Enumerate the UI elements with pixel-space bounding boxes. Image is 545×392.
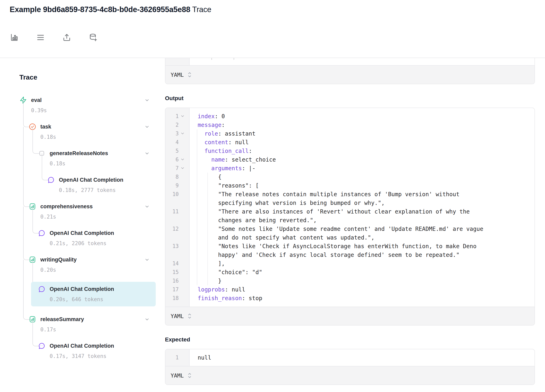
trace-tree: eval0.39stask0.18sgenerateReleaseNotes0.…	[19, 96, 150, 360]
expected-panel: 1null YAML	[165, 349, 535, 385]
trace-sidebar: Trace eval0.39stask0.18sgenerateReleaseN…	[0, 58, 165, 360]
example-id: Example 9bd6a859-8735-4c8b-b0de-3626955a…	[10, 5, 190, 14]
format-select[interactable]: YAML	[165, 366, 534, 385]
tree-row[interactable]: OpenAI Chat Completion0.17s, 3147 tokens	[38, 341, 150, 360]
chevron-down-icon[interactable]	[144, 151, 150, 156]
span-duration: 0.17s	[29, 326, 150, 333]
chat-icon	[38, 342, 46, 350]
page-header: Example 9bd6a859-8735-4c8b-b0de-3626955a…	[0, 0, 545, 14]
chevron-updown-icon	[187, 313, 192, 320]
page-title: Example 9bd6a859-8735-4c8b-b0de-3626955a…	[10, 5, 535, 14]
bar-chart-button[interactable]	[10, 33, 19, 42]
clipped-glyph	[234, 58, 234, 60]
tree-row[interactable]: eval0.39s	[19, 96, 150, 114]
span-label: task	[40, 124, 51, 130]
span-label: generateReleaseNotes	[50, 150, 108, 157]
code-line: 13"Notes like 'Check if AsyncLocalStorag…	[165, 242, 534, 259]
fold-chevron-icon[interactable]	[180, 114, 185, 119]
trace-node: releaseSummary0.17sOpenAI Chat Completio…	[29, 315, 150, 360]
line-gutter: 1	[165, 353, 190, 362]
expected-heading: Expected	[165, 336, 535, 343]
code-line: 4content: null	[165, 138, 534, 147]
tree-row[interactable]: releaseSummary0.17s	[29, 315, 150, 333]
span-label: OpenAI Chat Completion	[50, 343, 114, 349]
chevron-down-icon[interactable]	[144, 317, 150, 322]
span-duration: 0.18s, 2777 tokens	[47, 187, 150, 193]
code-line: 12"Some notes like 'Update some readme c…	[165, 225, 534, 242]
code-line: 1index: 0	[165, 112, 534, 121]
trace-node: OpenAI Chat Completion0.20s, 646 tokens	[38, 282, 150, 306]
line-gutter: 17	[165, 285, 190, 294]
line-gutter: 13	[165, 242, 190, 259]
format-select[interactable]: YAML	[165, 307, 534, 325]
tree-row[interactable]: task0.18s	[29, 122, 150, 140]
chevron-down-icon[interactable]	[144, 124, 150, 129]
tree-row[interactable]: OpenAI Chat Completion0.21s, 2206 tokens	[38, 229, 150, 247]
tree-row[interactable]: OpenAI Chat Completion0.20s, 646 tokens	[31, 282, 156, 306]
tree-row[interactable]: comprehensiveness0.21s	[29, 202, 150, 220]
toolbar	[0, 33, 545, 42]
clipped-code-area	[165, 58, 534, 65]
chevron-down-icon[interactable]	[144, 257, 150, 262]
output-code-viewer: 1index: 02message:3role: assistant4conte…	[165, 108, 534, 307]
clipped-gutter	[165, 58, 190, 65]
format-select[interactable]: YAML	[165, 65, 534, 84]
line-gutter: 9	[165, 181, 190, 190]
chat-icon	[38, 285, 46, 293]
fold-chevron-icon[interactable]	[180, 157, 185, 162]
tree-row[interactable]: writingQuality0.20s	[29, 255, 150, 273]
chevron-updown-icon	[187, 372, 192, 379]
code-line: 1null	[165, 353, 534, 362]
line-gutter: 8	[165, 173, 190, 181]
chevron-down-icon[interactable]	[144, 97, 150, 103]
span-label: OpenAI Chat Completion	[50, 230, 114, 236]
span-duration: 0.20s, 646 tokens	[38, 296, 156, 303]
clipped-glyph	[211, 58, 212, 60]
tree-row[interactable]: OpenAI Chat Completion0.18s, 2777 tokens	[47, 175, 150, 193]
tree-children: task0.18sgenerateReleaseNotes0.18sOpenAI…	[29, 114, 150, 360]
database-add-icon	[88, 33, 97, 42]
code-padding	[165, 349, 534, 353]
code-line: 6name: select_choice	[165, 155, 534, 164]
clipped-input-panel: YAML	[165, 58, 535, 84]
trace-node: generateReleaseNotes0.18sOpenAI Chat Com…	[38, 149, 150, 193]
line-gutter: 12	[165, 225, 190, 242]
span-label: writingQuality	[40, 257, 77, 263]
trace-node: comprehensiveness0.21sOpenAI Chat Comple…	[29, 202, 150, 247]
line-gutter: 1	[165, 112, 190, 121]
line-gutter: 6	[165, 155, 190, 164]
code-line: 2message:	[165, 121, 534, 129]
tree-row[interactable]: generateReleaseNotes0.18s	[38, 149, 150, 167]
menu-button[interactable]	[36, 33, 45, 42]
add-to-dataset-button[interactable]	[88, 33, 98, 42]
code-line: 16}	[165, 277, 534, 285]
code-padding	[165, 302, 534, 307]
code-line: 8{	[165, 173, 534, 181]
format-select-value: YAML	[171, 373, 184, 379]
line-number: 10	[165, 190, 179, 199]
chevron-down-icon[interactable]	[144, 204, 150, 209]
line-number: 6	[165, 155, 179, 164]
export-button[interactable]	[62, 33, 71, 42]
line-number: 7	[165, 164, 179, 173]
fold-chevron-icon[interactable]	[180, 166, 185, 171]
code-line: 7arguments: |-	[165, 164, 534, 173]
trace-node: OpenAI Chat Completion0.17s, 3147 tokens	[38, 341, 150, 360]
line-gutter: 3	[165, 129, 190, 138]
fold-chevron-icon[interactable]	[180, 131, 185, 136]
code-line: 5function_call:	[165, 147, 534, 155]
line-number: 4	[165, 138, 179, 147]
span-label: OpenAI Chat Completion	[50, 286, 114, 292]
line-number: 8	[165, 173, 179, 181]
line-gutter: 14	[165, 259, 190, 268]
line-gutter: 5	[165, 147, 190, 155]
line-gutter: 11	[165, 207, 190, 225]
line-number: 5	[165, 147, 179, 155]
code-line: 10"The release notes contain multiple in…	[165, 190, 534, 207]
chat-icon	[38, 229, 46, 237]
code-line: 15"choice": "d"	[165, 268, 534, 277]
line-number: 18	[165, 294, 179, 302]
line-number: 1	[165, 353, 179, 362]
bar-chart-icon	[10, 33, 19, 42]
line-number: 9	[165, 181, 179, 190]
